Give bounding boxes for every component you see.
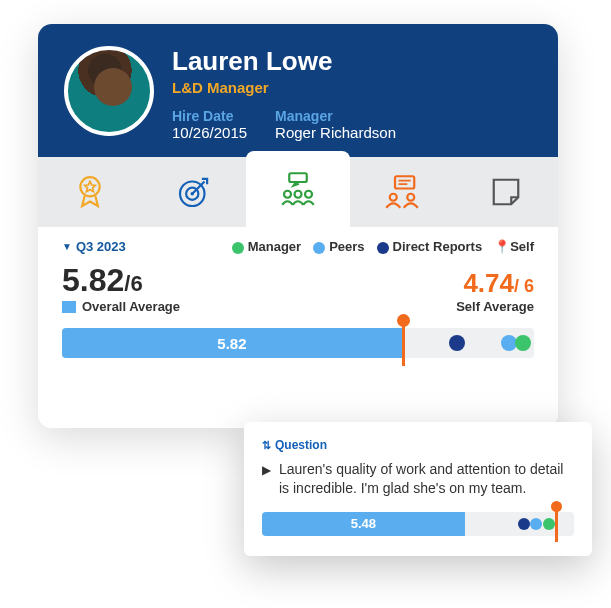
self-pin-icon [555, 506, 558, 542]
self-score: 4.74/ 6 [456, 268, 534, 299]
svg-rect-8 [395, 176, 414, 188]
direct-marker-icon [518, 518, 530, 530]
target-icon [173, 171, 215, 213]
dot-green-icon [232, 242, 244, 254]
manager-label: Manager [275, 108, 396, 124]
group-feedback-icon [277, 168, 319, 210]
overall-label: Overall Average [62, 299, 180, 314]
manager-block: Manager Roger Richardson [275, 108, 396, 141]
hire-date-label: Hire Date [172, 108, 247, 124]
manager-value: Roger Richardson [275, 124, 396, 141]
manager-marker-icon [515, 335, 531, 351]
profile-review-card: Lauren Lowe L&D Manager Hire Date 10/26/… [38, 24, 558, 428]
direct-marker-icon [449, 335, 465, 351]
question-bar-fill: 5.48 [262, 512, 465, 536]
award-ribbon-icon [69, 171, 111, 213]
overall-score: 5.82/6 [62, 262, 180, 299]
period-selector[interactable]: Q3 2023 [62, 239, 126, 254]
score-bar: 5.82 [62, 328, 534, 358]
tab-feedback[interactable] [246, 151, 350, 227]
tab-recognition[interactable] [38, 157, 142, 227]
dot-blue-icon [313, 242, 325, 254]
self-score-block: 4.74/ 6 Self Average [456, 268, 534, 314]
note-icon [485, 171, 527, 213]
manager-marker-icon [543, 518, 555, 530]
profile-info: Lauren Lowe L&D Manager Hire Date 10/26/… [172, 46, 532, 141]
svg-point-5 [284, 191, 291, 198]
comment-row[interactable]: ▶ Lauren's quality of work and attention… [262, 460, 574, 498]
legend-direct: Direct Reports [377, 239, 483, 254]
comment-text: Lauren's quality of work and attention t… [279, 460, 574, 498]
question-bar: 5.48 [262, 512, 574, 536]
profile-meta: Hire Date 10/26/2015 Manager Roger Richa… [172, 108, 532, 141]
question-header[interactable]: Question [262, 438, 574, 452]
overall-score-block: 5.82/6 Overall Average [62, 262, 180, 314]
svg-point-6 [295, 191, 302, 198]
tab-bar [38, 157, 558, 227]
hire-date-value: 10/26/2015 [172, 124, 247, 141]
discussion-icon [381, 171, 423, 213]
self-label: Self Average [456, 299, 534, 314]
profile-header: Lauren Lowe L&D Manager Hire Date 10/26/… [38, 24, 558, 157]
dot-navy-icon [377, 242, 389, 254]
legend-self: 📍Self [494, 239, 534, 254]
scores-row: 5.82/6 Overall Average 4.74/ 6 Self Aver… [62, 262, 534, 314]
profile-title: L&D Manager [172, 79, 532, 96]
legend: Manager Peers Direct Reports 📍Self [232, 239, 534, 254]
score-bar-fill: 5.82 [62, 328, 402, 358]
svg-point-7 [305, 191, 312, 198]
hire-date-block: Hire Date 10/26/2015 [172, 108, 247, 141]
profile-name: Lauren Lowe [172, 46, 532, 77]
tab-goals[interactable] [142, 157, 246, 227]
legend-manager: Manager [232, 239, 301, 254]
svg-point-12 [407, 194, 414, 201]
legend-peers: Peers [313, 239, 364, 254]
tab-oneonone[interactable] [350, 157, 454, 227]
filter-row: Q3 2023 Manager Peers Direct Reports 📍Se… [62, 239, 534, 254]
svg-rect-4 [289, 173, 307, 182]
peers-marker-icon [530, 518, 542, 530]
avatar [64, 46, 154, 136]
expand-arrow-icon: ▶ [262, 462, 271, 498]
tab-notes[interactable] [454, 157, 558, 227]
period-label: Q3 2023 [76, 239, 126, 254]
review-body: Q3 2023 Manager Peers Direct Reports 📍Se… [38, 227, 558, 428]
pin-icon: 📍 [494, 239, 510, 254]
question-popup: Question ▶ Lauren's quality of work and … [244, 422, 592, 556]
square-blue-icon [62, 301, 76, 313]
self-pin-icon [402, 320, 405, 366]
svg-point-11 [390, 194, 397, 201]
